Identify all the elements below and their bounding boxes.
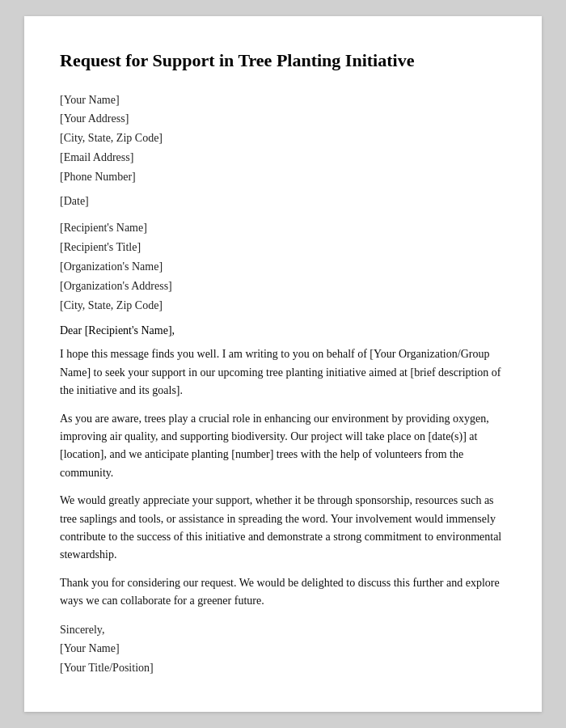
recipient-city-state-zip: [City, State, Zip Code] — [60, 296, 506, 315]
recipient-title: [Recipient's Title] — [60, 238, 506, 257]
sender-address: [Your Address] — [60, 109, 506, 129]
document-title: Request for Support in Tree Planting Ini… — [60, 49, 506, 73]
closing-name: [Your Name] — [60, 639, 506, 658]
paragraph-4: Thank you for considering our request. W… — [60, 574, 506, 611]
paragraph-2: As you are aware, trees play a crucial r… — [60, 410, 506, 483]
recipient-name: [Recipient's Name] — [60, 218, 506, 238]
paragraph-1: I hope this message finds you well. I am… — [60, 345, 506, 400]
recipient-org-name: [Organization's Name] — [60, 257, 506, 277]
sender-city-state-zip: [City, State, Zip Code] — [60, 129, 506, 148]
sender-phone: [Phone Number] — [60, 167, 506, 187]
recipient-org-address: [Organization's Address] — [60, 277, 506, 296]
closing-sign-off: Sincerely, — [60, 620, 506, 640]
sender-date: [Date] — [60, 192, 506, 211]
paragraph-3: We would greatly appreciate your support… — [60, 492, 506, 565]
sender-address-block: [Your Name] [Your Address] [City, State,… — [60, 91, 506, 211]
document: Request for Support in Tree Planting Ini… — [24, 16, 542, 712]
sender-name: [Your Name] — [60, 91, 506, 110]
sender-email: [Email Address] — [60, 148, 506, 167]
salutation: Dear [Recipient's Name], — [60, 324, 506, 337]
closing-block: Sincerely, [Your Name] [Your Title/Posit… — [60, 620, 506, 678]
closing-title: [Your Title/Position] — [60, 658, 506, 678]
recipient-address-block: [Recipient's Name] [Recipient's Title] [… — [60, 214, 506, 315]
